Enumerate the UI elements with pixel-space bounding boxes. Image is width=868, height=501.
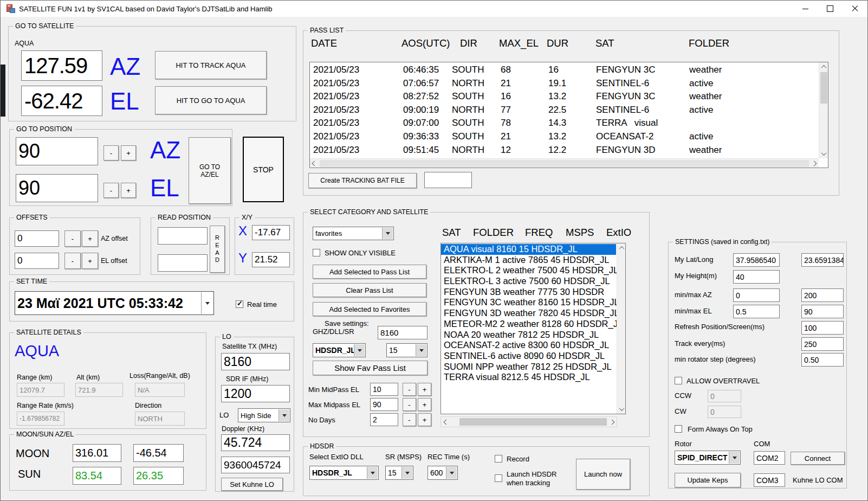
sat-list-item[interactable]: ELEKTRO-L 2 weather 7500 45 HDSDR_JL <box>441 265 616 276</box>
form-always-on-top-checkbox[interactable] <box>675 425 682 433</box>
launch-hdsdr-checkbox[interactable] <box>495 474 502 482</box>
minimize-button[interactable] <box>793 1 818 17</box>
goto-el-input[interactable]: 90 <box>16 174 98 202</box>
az-offset-minus-button[interactable]: - <box>64 230 81 247</box>
sat-list-item[interactable]: FENGYUN 3B weather 7775 30 HDSDR <box>441 287 616 298</box>
update-keps-button[interactable]: Update Keps <box>675 473 741 487</box>
el-offset-plus-button[interactable]: + <box>82 253 98 269</box>
com-port-input[interactable]: COM2 <box>754 451 785 465</box>
datetime-dropdown-button[interactable] <box>201 292 213 314</box>
scroll-down-icon[interactable] <box>617 404 626 414</box>
create-bat-button[interactable]: Create TRACKING BAT FILE <box>308 173 417 188</box>
scroll-up-icon[interactable] <box>819 62 828 72</box>
max-midpass-minus-button[interactable]: - <box>403 398 416 411</box>
el-offset-minus-button[interactable]: - <box>64 253 81 269</box>
min-step-input[interactable]: 0.50 <box>801 353 844 367</box>
launch-now-button[interactable]: Launch now <box>576 459 630 490</box>
pass-list-row[interactable]: 2021/05/2306:46:35SOUTH6816FENGYUN 3Cwea… <box>310 63 818 77</box>
az-offset-input[interactable]: 0 <box>15 230 59 247</box>
pass-list-row[interactable]: 2021/05/2309:07:00SOUTH7814.3TERRA visua… <box>310 117 818 130</box>
max-el-input[interactable]: 90 <box>801 305 844 318</box>
az-offset-plus-button[interactable]: + <box>82 230 98 247</box>
connect-button[interactable]: Connect <box>791 452 845 465</box>
record-checkbox[interactable] <box>495 455 502 463</box>
dll-select[interactable]: HDSDR_JL <box>313 343 366 357</box>
scroll-right-icon[interactable] <box>809 159 819 168</box>
min-midpass-plus-button[interactable]: + <box>418 383 431 396</box>
pass-list-row[interactable]: 2021/05/2309:36:33SOUTH2113.2OCEANSAT-2a… <box>310 130 818 144</box>
sat-list-item[interactable]: METEOR-M2 2 weather 8128 60 HDSDR_JL <box>441 319 616 330</box>
hit-to-goto-button[interactable]: HIT TO GO TO AQUA <box>155 86 267 114</box>
sdr-if-input[interactable]: 1200 <box>221 385 290 402</box>
no-days-input[interactable]: 2 <box>370 413 398 426</box>
min-el-input[interactable]: 0.5 <box>733 305 780 318</box>
sat-list-item[interactable]: FENGYUN 3C weather 8160 15 HDSDR_JL <box>441 297 616 308</box>
real-time-checkbox[interactable] <box>236 300 243 308</box>
go-to-azel-button[interactable]: GO TO AZ/EL <box>189 137 231 204</box>
sat-list-item[interactable]: SUOMI NPP weather 7812 25 HDSDR_JL <box>441 362 616 372</box>
no-days-minus-button[interactable]: - <box>403 413 416 426</box>
kuhne-com-input[interactable]: COM3 <box>754 473 785 487</box>
el-offset-input[interactable]: 0 <box>15 253 59 269</box>
ghz-input[interactable]: 8160 <box>378 326 427 339</box>
hscroll-thumb[interactable] <box>320 160 809 167</box>
pass-list-hscrollbar[interactable] <box>310 158 819 168</box>
track-every-input[interactable]: 250 <box>801 337 844 351</box>
show-only-visible-checkbox[interactable] <box>313 249 320 256</box>
sr-select[interactable]: 15 <box>386 343 427 357</box>
scroll-right-icon[interactable] <box>607 417 617 427</box>
add-to-favorites-button[interactable]: Add Selected to Favorites <box>313 302 426 316</box>
sat-list-item[interactable]: NOAA 20 weather 7812 25 HDSDR_JL <box>441 330 616 341</box>
pass-list-row[interactable]: 2021/05/2309:00:19NORTH7722.5SENTINEL-6a… <box>310 104 818 117</box>
scroll-down-icon[interactable] <box>819 149 828 158</box>
sat-list-hscrollbar[interactable] <box>441 416 617 427</box>
maximize-button[interactable] <box>818 1 843 17</box>
el-minus-button[interactable]: - <box>103 183 119 198</box>
hscroll-thumb[interactable] <box>459 418 607 426</box>
min-midpass-input[interactable]: 10 <box>370 383 398 396</box>
az-minus-button[interactable]: - <box>103 145 119 160</box>
rec-time-select[interactable]: 600 <box>427 466 458 480</box>
pass-list-vscrollbar[interactable] <box>819 62 828 158</box>
sat-list-item[interactable]: AQUA visual 8160 15 HDSDR_JL <box>441 244 616 255</box>
read-az-field[interactable] <box>158 227 208 245</box>
sat-list-item[interactable]: OCEANSAT-2 active 8300 60 HDSDR_JL <box>441 340 616 351</box>
sat-list-item[interactable]: ARKTIKA-M 1 active 7865 45 HDSDR_JL <box>441 255 616 266</box>
set-kuhne-lo-button[interactable]: Set Kuhne LO <box>221 478 283 491</box>
max-midpass-plus-button[interactable]: + <box>418 398 431 411</box>
min-midpass-minus-button[interactable]: - <box>403 383 416 396</box>
long-input[interactable]: 23.6591384 <box>801 253 844 267</box>
bat-file-field[interactable] <box>424 172 472 188</box>
refresh-input[interactable]: 100 <box>801 321 844 335</box>
vscroll-thumb[interactable] <box>820 72 827 104</box>
height-input[interactable]: 40 <box>733 270 780 284</box>
rotor-select[interactable]: SPID_DIRECT <box>675 451 741 465</box>
max-az-input[interactable]: 200 <box>801 288 844 302</box>
max-midpass-input[interactable]: 90 <box>370 398 398 411</box>
extio-select[interactable]: HDSDR_JL <box>309 466 379 480</box>
sat-list-vscrollbar[interactable] <box>617 243 625 414</box>
sr-msps-select[interactable]: 15 <box>385 466 413 480</box>
goto-az-input[interactable]: 90 <box>16 137 98 165</box>
clear-pass-list-button[interactable]: Clear Pass List <box>313 283 426 297</box>
el-plus-button[interactable]: + <box>121 183 136 198</box>
pass-list-row[interactable]: 2021/05/2309:51:45NORTH1212.2FENGYUN 3Dw… <box>310 144 818 157</box>
datetime-picker[interactable]: 23 Μαϊ 2021 UTC 05:33:42 <box>15 291 214 315</box>
pass-list-row[interactable]: 2021/05/2308:27:52SOUTH1613.2FENGYUN 3Cw… <box>310 90 818 104</box>
read-el-field[interactable] <box>158 254 208 272</box>
pass-list-row[interactable]: 2021/05/2307:06:57NORTH2119.1SENTINEL-6a… <box>310 77 818 91</box>
sat-tx-input[interactable]: 8160 <box>221 353 290 370</box>
stop-button[interactable]: STOP <box>243 137 284 202</box>
lat-input[interactable]: 37.9586540 <box>733 253 780 267</box>
close-button[interactable] <box>843 1 867 17</box>
category-select[interactable]: favorites <box>313 227 394 240</box>
show-fav-pass-list-button[interactable]: Show Fav Pass List <box>313 361 427 375</box>
no-days-plus-button[interactable]: + <box>418 413 431 426</box>
hit-to-track-button[interactable]: HIT TO TRACK AQUA <box>155 51 267 79</box>
scroll-up-icon[interactable] <box>617 243 626 253</box>
add-to-pass-list-button[interactable]: Add Selected to Pass List <box>313 265 426 279</box>
sat-list-item[interactable]: ELEKTRO-L 3 active 7500 60 HDSDR_JL <box>441 276 616 287</box>
az-plus-button[interactable]: + <box>121 145 136 160</box>
scroll-left-icon[interactable] <box>310 159 319 168</box>
sat-list-item[interactable]: TERRA visual 8212.5 45 HDSDR_JL <box>441 372 616 383</box>
